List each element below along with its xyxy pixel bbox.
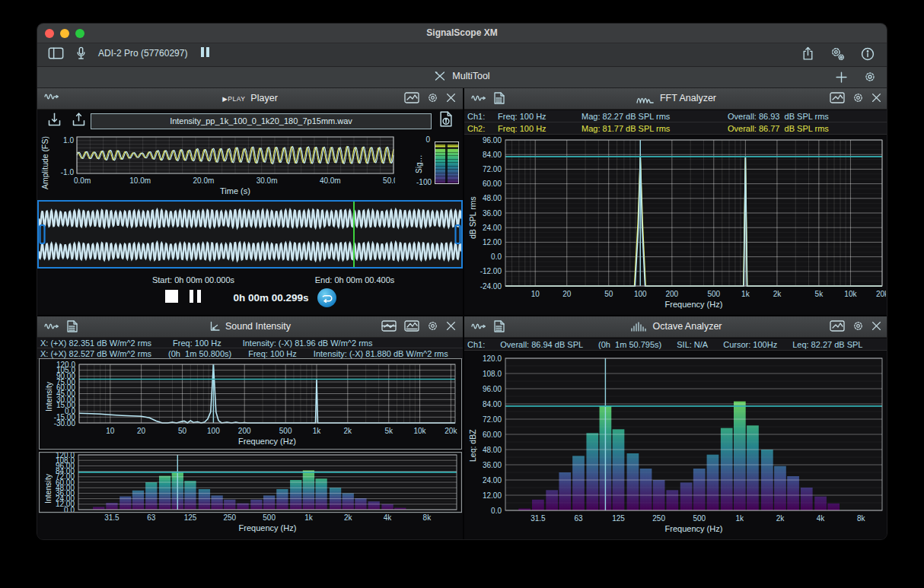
svg-text:10k: 10k [414, 427, 427, 435]
si-close-button[interactable] [446, 321, 456, 331]
filename-field[interactable]: Intensity_pp_1k_100_0_1k20_180_7p15mm.wa… [91, 113, 432, 129]
svg-text:2k: 2k [344, 513, 353, 522]
oa-close-button[interactable] [871, 321, 881, 331]
svg-text:2k: 2k [344, 427, 353, 435]
fft-ch1-overall: Overall: 86.93 dB SPL rms [728, 112, 829, 121]
input-device-selector[interactable]: ADI-2 Pro (57760297) [98, 48, 187, 59]
tools-settings-icon[interactable] [830, 46, 846, 61]
share-icon[interactable] [801, 46, 814, 61]
selection-end-label: End: 0h 00m 00.400s [282, 275, 427, 284]
svg-text:500: 500 [279, 427, 292, 435]
window-title: SignalScope XM [37, 27, 887, 38]
pause-io-button[interactable] [199, 46, 210, 60]
svg-text:5k: 5k [384, 427, 393, 435]
fft-ch2-mag: Mag: 81.77 dB SPL rms [581, 124, 728, 133]
svg-text:12.00: 12.00 [483, 238, 502, 246]
oa-readout: Ch1: Overall: 86.94 dB SPL (0h 1m 50.795… [464, 338, 887, 351]
player-title: Player [250, 93, 277, 103]
loop-button[interactable] [317, 288, 336, 307]
oa-chart-view-button[interactable] [830, 320, 845, 332]
svg-text:20.0m: 20.0m [193, 176, 215, 185]
pause-button[interactable] [187, 290, 202, 305]
svg-text:20: 20 [562, 290, 572, 298]
si-readout-line2: X: (+X) 82.527 dB W/m^2 rms (0h 1m 50.80… [37, 348, 463, 359]
svg-text:125: 125 [184, 513, 197, 522]
si-octave-chart[interactable]: 120.0108.096.0084.0072.0060.0048.0036.00… [39, 452, 462, 537]
player-header: ▶PLAY Player [37, 88, 463, 110]
svg-text:120.0: 120.0 [483, 354, 502, 363]
svg-text:20k: 20k [444, 427, 457, 435]
multitool-settings-icon[interactable] [864, 71, 876, 83]
player-settings-button[interactable] [427, 92, 438, 103]
svg-text:2k: 2k [776, 514, 785, 523]
selection-handle-left[interactable] [40, 225, 45, 243]
svg-text:500: 500 [263, 513, 276, 522]
player-close-button[interactable] [446, 93, 456, 103]
svg-text:1k: 1k [741, 290, 750, 298]
svg-text:Frequency (Hz): Frequency (Hz) [238, 437, 296, 446]
svg-text:-12.00: -12.00 [480, 267, 502, 275]
player-waveform-chart[interactable]: 1.0-1.00.0m10.0m20.0m30.0m40.0m50.0mTime… [60, 131, 395, 196]
app-window: SignalScope XM ADI-2 Pro (57760297) Mult [37, 23, 887, 540]
selection-start-label: Start: 0h 00m 00.000s [121, 275, 266, 284]
colorbar-axis-label: Sig… [415, 149, 423, 180]
fft-settings-button[interactable] [852, 92, 864, 103]
waveform-overview[interactable] [37, 200, 463, 269]
si-spectrum-view-button[interactable] [381, 320, 397, 332]
add-tool-button[interactable] [836, 72, 847, 83]
info-icon[interactable] [861, 47, 875, 61]
svg-text:5k: 5k [815, 290, 824, 298]
si-freq2: Freq: 100 Hz [248, 349, 297, 358]
svg-text:250: 250 [652, 514, 665, 523]
svg-text:1k: 1k [736, 514, 745, 523]
svg-text:40.0m: 40.0m [320, 176, 341, 185]
svg-text:-24.00: -24.00 [480, 282, 502, 291]
svg-text:200: 200 [238, 427, 251, 435]
fft-ch2-label: Ch2: [467, 124, 498, 133]
si-chart-view-button[interactable] [404, 320, 419, 332]
octave-bars-icon [630, 322, 647, 332]
fft-ch2-freq: Freq: 100 Hz [498, 124, 581, 133]
svg-text:60.00: 60.00 [483, 180, 502, 188]
si-spectrum-chart[interactable]: 120.0105.090.0075.0060.0045.0030.0015.00… [40, 359, 460, 448]
player-chart-view-button[interactable] [404, 92, 419, 103]
svg-text:Frequency (Hz): Frequency (Hz) [665, 524, 723, 533]
svg-text:Time (s): Time (s) [220, 186, 250, 195]
fft-peaks-icon [636, 94, 655, 103]
colorbar-min-label: -100 [407, 178, 432, 186]
fft-spectrum-chart[interactable]: 96.0084.0072.0060.0048.0036.0024.0012.00… [466, 136, 886, 315]
fft-ch1-freq: Freq: 100 Hz [498, 112, 581, 121]
svg-text:100: 100 [207, 427, 220, 435]
svg-text:72.00: 72.00 [483, 165, 502, 173]
octave-analyzer-title: Octave Analyzer [652, 321, 722, 332]
svg-text:48.00: 48.00 [483, 194, 502, 202]
microphone-icon[interactable] [76, 46, 86, 60]
svg-text:10.0m: 10.0m [129, 176, 151, 185]
play-status-badge: ▶PLAY [222, 95, 245, 103]
svg-text:30.0m: 30.0m [256, 176, 278, 185]
oa-leq: Leq: 82.27 dB SPL [792, 340, 862, 349]
fft-close-button[interactable] [871, 93, 881, 103]
svg-text:0.0: 0.0 [491, 253, 502, 261]
file-info-button[interactable] [440, 111, 452, 127]
sidebar-toggle-icon[interactable] [48, 47, 64, 59]
oa-octave-chart[interactable]: 120.0108.096.0084.0072.0060.0048.0036.00… [466, 354, 886, 540]
stop-button[interactable] [165, 290, 178, 303]
svg-text:10k: 10k [844, 290, 857, 298]
svg-text:24.00: 24.00 [483, 476, 502, 485]
oa-settings-button[interactable] [852, 320, 864, 332]
fft-readout-ch1: Ch1: Freq: 100 Hz Mag: 82.27 dB SPL rms … [464, 110, 887, 122]
fft-header: FFT Analyzer [464, 88, 887, 110]
player-file-row: Intensity_pp_1k_100_0_1k20_180_7p15mm.wa… [37, 110, 463, 132]
si-settings-button[interactable] [427, 320, 438, 332]
import-file-button[interactable] [46, 112, 62, 128]
fft-readout-ch2: Ch2: Freq: 100 Hz Mag: 81.77 dB SPL rms … [464, 122, 887, 135]
sound-intensity-title: Sound Intensity [225, 321, 291, 332]
panel-divider-vertical [463, 88, 464, 539]
fft-chart-view-button[interactable] [830, 92, 845, 103]
playback-time-display: 0h 00m 00.299s [218, 292, 324, 304]
si-elapsed-time: (0h 1m 50.800s) [168, 349, 231, 358]
selection-handle-right[interactable] [456, 225, 460, 243]
export-file-button[interactable] [71, 112, 87, 128]
octave-analyzer-header: Octave Analyzer [464, 316, 887, 338]
